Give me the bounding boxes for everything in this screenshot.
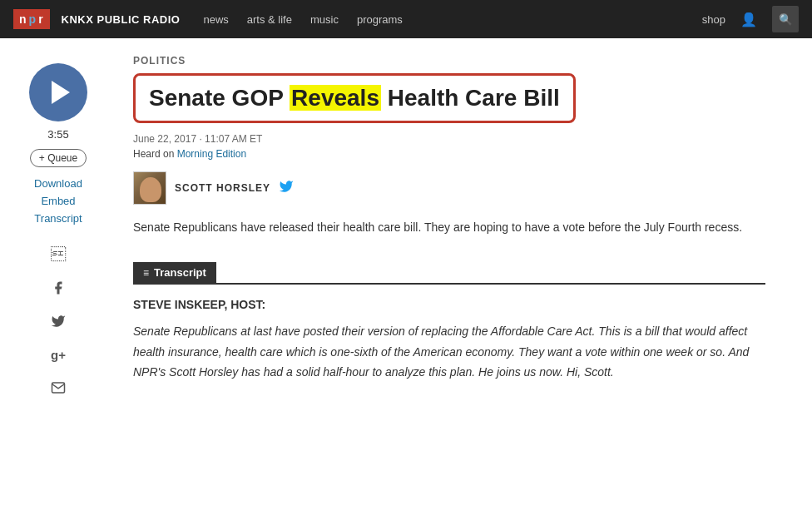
headline-highlight: Reveals: [290, 85, 381, 111]
play-button[interactable]: [29, 63, 87, 121]
author-photo: [133, 171, 166, 205]
social-icons:  g+: [49, 246, 67, 397]
article-date: June 22, 2017 · 11:07 AM ET: [133, 133, 765, 145]
embed-link[interactable]: Embed: [41, 195, 75, 207]
author-twitter-icon[interactable]: [279, 179, 294, 197]
shop-link[interactable]: shop: [702, 13, 725, 26]
headline-box: Senate GOP Reveals Health Care Bill: [133, 73, 576, 123]
twitter-share[interactable]: [49, 312, 67, 330]
show-link[interactable]: Morning Edition: [177, 148, 246, 160]
station-name: KNKX PUBLIC RADIO: [62, 13, 181, 26]
facebook-icon[interactable]: : [51, 246, 66, 264]
user-icon[interactable]: 👤: [740, 12, 757, 27]
nav-programs[interactable]: programs: [357, 13, 403, 26]
sidebar: 3:55 + Queue Download Embed Transcript …: [0, 55, 116, 397]
nav-arts-life[interactable]: arts & life: [247, 13, 292, 26]
transcript-header: ≡ Transcript: [133, 262, 765, 285]
queue-button[interactable]: + Queue: [30, 149, 87, 167]
transcript-icon: ≡: [143, 267, 149, 279]
site-header: npr KNKX PUBLIC RADIO news arts & life m…: [0, 0, 812, 38]
logo-r: r: [38, 12, 43, 26]
transcript-link[interactable]: Transcript: [34, 212, 82, 225]
logo-p: p: [29, 12, 37, 26]
headline-part1: Senate GOP: [149, 85, 290, 111]
transcript-body: Senate Republicans at last have posted t…: [133, 321, 765, 383]
article-headline: Senate GOP Reveals Health Care Bill: [149, 84, 560, 112]
header-right: shop 👤 🔍: [702, 6, 799, 32]
section-label: POLITICS: [133, 55, 765, 67]
duration: 3:55: [47, 128, 68, 141]
article: POLITICS Senate GOP Reveals Health Care …: [116, 55, 782, 397]
transcript-host: STEVE INSKEEP, HOST:: [133, 298, 765, 311]
download-link[interactable]: Download: [34, 177, 82, 190]
author-row: SCOTT HORSLEY: [133, 171, 765, 205]
nav-music[interactable]: music: [310, 13, 339, 26]
play-icon: [52, 81, 70, 104]
logo-n: n: [19, 12, 27, 26]
article-summary: Senate Republicans have released their h…: [133, 218, 765, 238]
email-share[interactable]: [49, 379, 67, 397]
author-name[interactable]: SCOTT HORSLEY: [175, 182, 270, 194]
transcript-label: Transcript: [154, 266, 206, 279]
transcript-label-box: ≡ Transcript: [133, 262, 216, 283]
headline-part2: Health Care Bill: [381, 85, 560, 111]
author-photo-inner: [134, 172, 166, 204]
nav-news[interactable]: news: [203, 13, 228, 26]
page-content: 3:55 + Queue Download Embed Transcript …: [0, 38, 812, 414]
npr-logo[interactable]: npr: [13, 9, 50, 29]
search-icon: 🔍: [779, 13, 793, 26]
main-nav: news arts & life music programs: [203, 13, 402, 26]
heard-on: Heard on Morning Edition: [133, 148, 765, 160]
search-button[interactable]: 🔍: [772, 6, 799, 32]
heard-on-prefix: Heard on: [133, 148, 177, 160]
author-face: [140, 177, 161, 202]
googleplus-share[interactable]: g+: [49, 345, 67, 364]
facebook-share[interactable]: [49, 279, 67, 297]
